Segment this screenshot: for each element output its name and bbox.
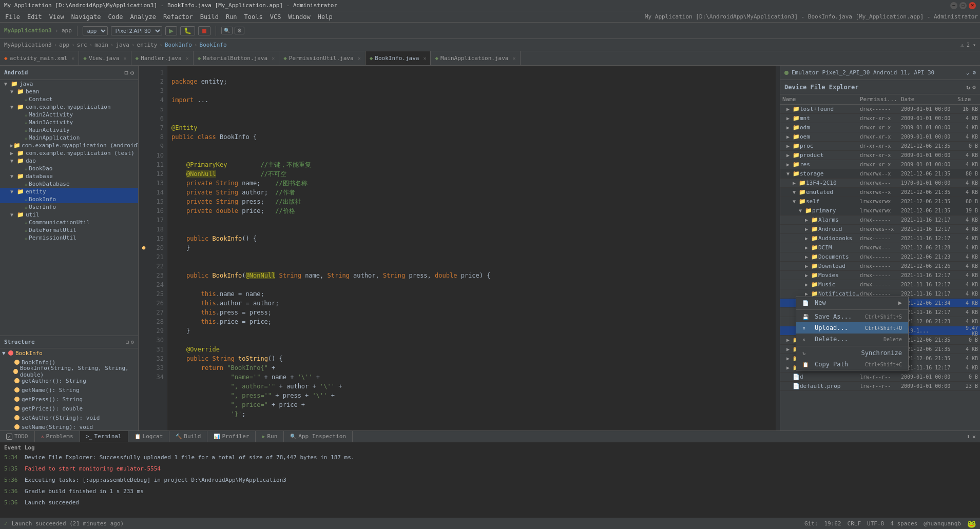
breadcrumb-item-2[interactable]: app [59, 42, 69, 48]
tree-database[interactable]: ▼ 📁 database [0, 172, 138, 180]
struct-getprice[interactable]: getPrice(): double [0, 404, 138, 413]
menu-analyze[interactable]: Analyze [127, 12, 159, 22]
breadcrumb-item-5[interactable]: java [116, 42, 129, 48]
breadcrumb-item-3[interactable]: src [77, 42, 87, 48]
breadcrumb-item-6[interactable]: entity [137, 42, 158, 48]
struct-getpress[interactable]: getPress(): String [0, 395, 138, 404]
tab-close-bi[interactable]: ✕ [423, 55, 426, 61]
tree-dateformat[interactable]: ☕ DateFormatUtil [0, 226, 138, 234]
struct-setauthor[interactable]: setAuthor(String): void [0, 413, 138, 422]
tab-app-inspection[interactable]: 🔍 App Inspection [284, 431, 353, 442]
tree-java[interactable]: ▼ 📁 java [0, 80, 138, 88]
tree-main2[interactable]: ☕ Main2Activity [0, 111, 138, 119]
tree-bookdao[interactable]: ☕ BookDao [0, 165, 138, 172]
tab-close-xml[interactable]: ✕ [71, 55, 74, 61]
menu-code[interactable]: Code [105, 12, 126, 22]
tree-bean[interactable]: ▼ 📁 bean [0, 88, 138, 95]
tab-close-mb[interactable]: ✕ [272, 55, 275, 61]
file-row-res[interactable]: ▶ 📁 res drwxr-xr-x 2009-01-01 00:00 4 KB [780, 160, 980, 169]
tree-util[interactable]: ▼ 📁 util [0, 211, 138, 219]
file-row-13f4[interactable]: ▶ 📁 13F4-2C10 drwxrwx--- 1970-01-01 00:0… [780, 179, 980, 188]
menu-window[interactable]: Window [285, 12, 313, 22]
tree-dao[interactable]: ▼ 📁 dao [0, 157, 138, 165]
tree-androidtest[interactable]: ▶ 📁 com.example.myapplication (androidTe… [0, 142, 138, 149]
breadcrumb-item-8[interactable]: BookInfo [200, 42, 227, 48]
menu-view[interactable]: View [46, 12, 67, 22]
emulator-settings-icon[interactable]: ⚙ [972, 69, 976, 76]
menu-run[interactable]: Run [223, 12, 240, 22]
tree-com-example[interactable]: ▼ 📁 com.example.myapplication [0, 103, 138, 111]
menu-build[interactable]: Build [197, 12, 222, 22]
context-menu-delete[interactable]: ✕ Delete... Delete [796, 334, 908, 345]
tab-bookinfo[interactable]: ◆ BookInfo.java ✕ [366, 51, 431, 65]
tab-handler[interactable]: ◆ Handler.java ✕ [131, 51, 194, 65]
file-row-movies[interactable]: ▶ 📁 Movies drwx------ 2021-11-16 12:17 4… [780, 271, 980, 280]
tree-mainactivity[interactable]: ☕ MainActivity [0, 126, 138, 134]
tree-main3[interactable]: ☕ Main3Activity [0, 119, 138, 126]
menu-vcs[interactable]: VCS [267, 12, 284, 22]
file-row-d[interactable]: 📄 d lrw-r--r-- 2009-01-01 00:00 0 B [780, 373, 980, 382]
tree-test[interactable]: ▶ 📁 com.example.myapplication (test) [0, 149, 138, 157]
context-menu-new[interactable]: 📄 New ▶ [796, 297, 908, 308]
file-row-oem[interactable]: ▶ 📁 oem drwxr-xr-x 2009-01-01 00:00 4 KB [780, 132, 980, 142]
tab-permissionutil[interactable]: ◆ PermissionUtil.java ✕ [279, 51, 366, 65]
file-row-alarms[interactable]: ▶ 📁 Alarms drwx------ 2021-11-16 12:17 4… [780, 215, 980, 225]
struct-getname[interactable]: getName(): String [0, 385, 138, 395]
context-menu-copypath[interactable]: 📋 Copy Path Ctrl+Shift+C [796, 359, 908, 370]
file-row-download[interactable]: ▶ 📁 Download drwx------ 2021-12-06 21:26… [780, 262, 980, 271]
tree-bookinfo[interactable]: ☕ BookInfo [0, 195, 138, 203]
tree-contact[interactable]: ☕ Contact [0, 95, 138, 103]
menu-file[interactable]: File [2, 12, 23, 22]
struct-setname[interactable]: setName(String): void [0, 422, 138, 430]
run-button[interactable]: ▶ [165, 26, 177, 35]
maximize-button[interactable]: □ [959, 2, 967, 9]
file-row-android[interactable]: ▶ 📁 Android drwxrwxs--x 2021-11-16 12:17… [780, 225, 980, 234]
tab-activity-main[interactable]: ◆ activity_main.xml ✕ [0, 51, 79, 65]
tab-mainapplication[interactable]: ◆ MainApplication.java ✕ [431, 51, 520, 65]
context-menu-upload[interactable]: ⬆ Upload... Ctrl+Shift+O [796, 322, 908, 334]
tab-logcat[interactable]: 📋 Logcat [128, 431, 170, 442]
struct-bookinfo-class[interactable]: ▼ BookInfo [0, 348, 138, 358]
tree-userinfo[interactable]: ☕ UserInfo [0, 203, 138, 211]
file-row-primary[interactable]: ▼ 📁 primary lrwxrwxrwx 2021-12-06 21:35 … [780, 206, 980, 215]
file-row-proc[interactable]: ▶ 📁 proc dr-xr-xr-x 2021-12-06 21:35 0 B [780, 142, 980, 151]
tab-problems[interactable]: ⚠ Problems [35, 431, 80, 442]
tab-close-view[interactable]: ✕ [123, 55, 126, 61]
dfe-refresh-icon[interactable]: ↻ [967, 84, 970, 91]
tab-profiler[interactable]: 📊 Profiler [207, 431, 256, 442]
file-row-lost-found[interactable]: ▶ 📁 lost+found drwx------ 2009-01-01 00:… [780, 105, 980, 114]
collapse-all-icon[interactable]: ⊟ [125, 69, 128, 76]
device-selector[interactable]: app [83, 26, 108, 35]
context-menu-saveas[interactable]: 💾 Save As... Ctrl+Shift+S [796, 311, 908, 322]
tab-build[interactable]: 🔨 Build [169, 431, 207, 442]
struct-bookinfo-ctor2[interactable]: BookInfo(String, String, String, double) [0, 367, 138, 376]
menu-navigate[interactable]: Navigate [68, 12, 104, 22]
file-row-documents[interactable]: ▶ 📁 Documents drwx------ 2021-12-06 21:2… [780, 252, 980, 262]
settings-button[interactable]: ⚙ [235, 27, 244, 34]
tab-run[interactable]: ▶ Run [256, 431, 284, 442]
file-row-dcim[interactable]: ▶ 📁 DCIM drwxrwx--- 2021-12-06 21:28 4 K… [780, 243, 980, 252]
bottom-panel-up-icon[interactable]: ⬆ [967, 433, 970, 440]
close-button[interactable]: ✕ [969, 2, 976, 9]
tree-entity[interactable]: ▼ 📁 entity [0, 188, 138, 195]
settings-icon[interactable]: ⚙ [130, 69, 134, 76]
breadcrumb-item-1[interactable]: MyApplication3 [4, 42, 52, 48]
file-row-audiobooks[interactable]: ▶ 📁 Audiobooks drwx------ 2021-11-16 12:… [780, 234, 980, 243]
file-row-storage[interactable]: ▼ 📁 storage drwxrwx--x 2021-12-06 21:35 … [780, 169, 980, 179]
tree-mainapplication[interactable]: ☕ MainApplication [0, 134, 138, 142]
file-row-mnt[interactable]: ▶ 📁 mnt drwxr-xr-x 2009-01-01 00:00 4 KB [780, 114, 980, 123]
file-row-music[interactable]: ▶ 📁 Music drwx------ 2021-11-16 12:17 4 … [780, 280, 980, 289]
stop-button[interactable]: ◼ [198, 26, 210, 35]
tab-close-ma[interactable]: ✕ [512, 55, 515, 61]
breadcrumb-item-4[interactable]: main [94, 42, 108, 48]
file-row-odm[interactable]: ▶ 📁 odm drwxr-xr-x 2009-01-01 00:00 4 KB [780, 123, 980, 132]
run-config-selector[interactable]: Pixel 2 API 30 [111, 26, 162, 35]
tab-terminal[interactable]: >_ Terminal [80, 431, 128, 442]
file-row-self[interactable]: ▼ 📁 self lrwxrwxrwx 2021-12-06 21:35 60 … [780, 197, 980, 206]
code-content[interactable]: package entity; import ... @Entity publi… [167, 66, 776, 430]
minimize-button[interactable]: ─ [950, 2, 957, 9]
menu-help[interactable]: Help [315, 12, 336, 22]
menu-tools[interactable]: Tools [241, 12, 266, 22]
editor-scrollbar[interactable] [776, 66, 780, 430]
tree-commutil[interactable]: ☕ CommmunicationUtil [0, 219, 138, 226]
